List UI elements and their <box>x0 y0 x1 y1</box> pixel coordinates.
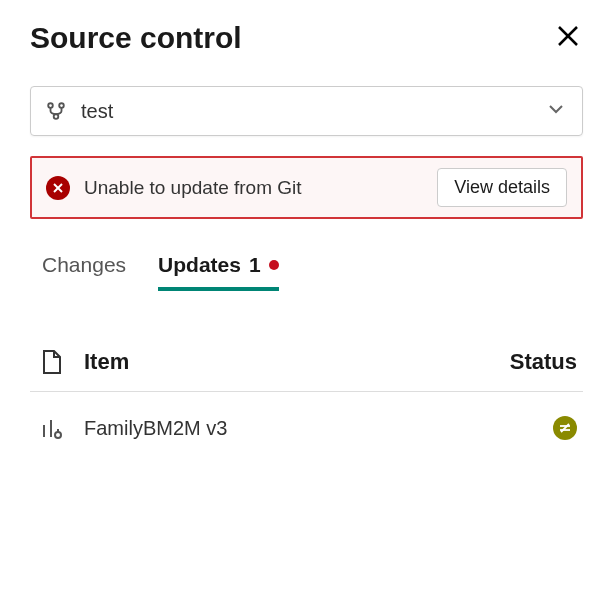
item-name: FamilyBM2M v3 <box>84 417 537 440</box>
updates-indicator-dot <box>269 260 279 270</box>
tab-bar: Changes Updates 1 <box>30 247 583 291</box>
close-icon <box>557 25 579 47</box>
error-banner: Unable to update from Git View details <box>30 156 583 219</box>
semantic-model-icon <box>36 417 68 439</box>
branch-name: test <box>81 100 544 123</box>
table-row[interactable]: FamilyBM2M v3 <box>30 392 583 464</box>
svg-point-2 <box>48 103 53 108</box>
file-icon <box>36 349 68 375</box>
panel-header: Source control <box>30 20 583 56</box>
tab-updates-label: Updates <box>158 253 241 277</box>
svg-point-3 <box>59 103 64 108</box>
error-icon <box>46 176 70 200</box>
column-status: Status <box>510 349 577 375</box>
svg-point-10 <box>55 432 61 438</box>
branch-icon <box>45 100 67 122</box>
table-header: Item Status <box>30 341 583 392</box>
status-badge-conflict <box>553 416 577 440</box>
error-message: Unable to update from Git <box>84 177 423 199</box>
view-details-button[interactable]: View details <box>437 168 567 207</box>
page-title: Source control <box>30 21 242 55</box>
column-item: Item <box>84 349 494 375</box>
branch-selector[interactable]: test <box>30 86 583 136</box>
tab-updates-count: 1 <box>249 253 261 277</box>
tab-changes[interactable]: Changes <box>42 247 126 291</box>
tab-changes-label: Changes <box>42 253 126 277</box>
tab-updates[interactable]: Updates 1 <box>158 247 279 291</box>
chevron-down-icon <box>544 97 568 125</box>
close-button[interactable] <box>553 20 583 56</box>
